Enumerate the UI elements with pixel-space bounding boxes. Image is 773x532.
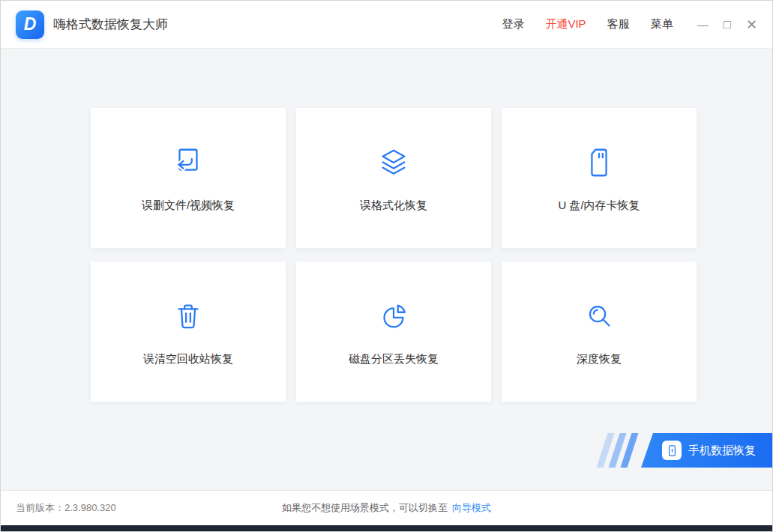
- card-label: 误清空回收站恢复: [143, 352, 233, 366]
- card-partition-loss-recovery[interactable]: 磁盘分区丢失恢复: [296, 262, 491, 402]
- maximize-icon[interactable]: □: [724, 18, 731, 31]
- magnifier-icon: [582, 297, 616, 336]
- mode-hint: 如果您不想使用场景模式，可以切换至 向导模式: [1, 491, 772, 525]
- nav-menu[interactable]: 菜单: [651, 17, 673, 31]
- phone-recovery-label: 手机数据恢复: [688, 444, 756, 458]
- card-label: 误格式化恢复: [360, 199, 427, 213]
- sd-card-icon: [582, 143, 616, 182]
- card-label: U 盘/内存卡恢复: [558, 199, 640, 213]
- minimize-icon[interactable]: —: [697, 19, 709, 30]
- close-icon[interactable]: ✕: [746, 18, 757, 31]
- trash-icon: [171, 297, 205, 336]
- card-recycle-bin-recovery[interactable]: 误清空回收站恢复: [91, 262, 286, 402]
- card-format-recovery[interactable]: 误格式化恢复: [296, 108, 491, 248]
- app-title: 嗨格式数据恢复大师: [53, 16, 168, 33]
- phone-recovery-button[interactable]: 手机数据恢复: [641, 433, 772, 468]
- status-bar: 当前版本：2.3.980.320 如果您不想使用场景模式，可以切换至 向导模式: [1, 490, 772, 525]
- scene-card-grid: 误删文件/视频恢复 误格式化恢复 U 盘/内存卡恢复: [91, 108, 697, 402]
- card-label: 深度恢复: [577, 352, 622, 366]
- titlebar: D 嗨格式数据恢复大师 登录 开通VIP 客服 菜单 — □ ✕: [1, 1, 772, 49]
- titlebar-nav: 登录 开通VIP 客服 菜单: [502, 17, 673, 31]
- layers-icon: [376, 143, 411, 182]
- window-controls: — □ ✕: [697, 18, 757, 31]
- file-restore-icon: [171, 143, 205, 182]
- logo-glyph: D: [24, 14, 37, 34]
- app-logo-icon: D: [16, 10, 44, 39]
- app-window: D 嗨格式数据恢复大师 登录 开通VIP 客服 菜单 — □ ✕: [0, 0, 773, 532]
- phone-recovery-ribbon: 手机数据恢复: [602, 433, 772, 468]
- card-deep-recovery[interactable]: 深度恢复: [502, 262, 697, 402]
- bottom-strip: [1, 525, 772, 531]
- nav-customer-service[interactable]: 客服: [607, 17, 630, 31]
- disk-partition-icon: [376, 297, 411, 336]
- phone-recovery-icon: [662, 441, 682, 460]
- nav-login[interactable]: 登录: [502, 17, 524, 31]
- nav-open-vip[interactable]: 开通VIP: [545, 17, 586, 31]
- card-usb-sdcard-recovery[interactable]: U 盘/内存卡恢复: [502, 108, 697, 248]
- wizard-mode-link[interactable]: 向导模式: [452, 501, 491, 515]
- card-deleted-file-recovery[interactable]: 误删文件/视频恢复: [91, 108, 286, 248]
- mode-hint-text: 如果您不想使用场景模式，可以切换至: [282, 501, 448, 515]
- card-label: 误删文件/视频恢复: [142, 199, 235, 213]
- card-label: 磁盘分区丢失恢复: [349, 352, 439, 366]
